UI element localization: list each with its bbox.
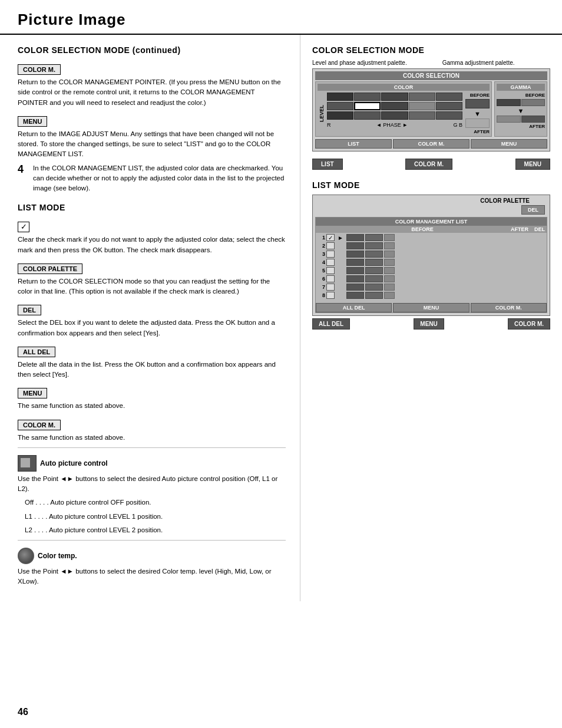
row-check (326, 284, 335, 291)
color-cell (327, 111, 353, 120)
del-description: Select the DEL box if you want to delete… (18, 318, 286, 338)
annotation-block: Level and phase adjustment palette. Gamm… (312, 60, 550, 66)
list-row: 7 (317, 284, 546, 291)
list-outer-menu-btn: MENU (414, 318, 444, 330)
del-top-label: DEL (521, 205, 545, 215)
phase-label: ◄ PHASE ► (332, 122, 452, 128)
row-before (346, 292, 364, 299)
menu-description: Return to the IMAGE ADJUST Menu. Any set… (18, 129, 286, 160)
diag1-bottom-buttons: LIST COLOR M. MENU (315, 139, 547, 149)
auto-pic-icon-inner (21, 458, 30, 467)
annotation-left: Level and phase adjustment palette. (312, 60, 407, 66)
menu-button-label: MENU (18, 116, 47, 127)
row-num: 4 (317, 259, 325, 265)
list-mode-title: LIST MODE (18, 203, 286, 212)
list-row: 4 (317, 259, 546, 266)
all-del-button-label: ALL DEL (18, 347, 55, 357)
row-num: 1 (317, 235, 325, 241)
after-label: AFTER (465, 129, 490, 134)
list-diag-rows: 1 ✓ ► 2 (316, 233, 547, 301)
divider2 (18, 540, 286, 541)
row-after (365, 242, 383, 249)
color-palette-button-label: COLOR PALETTE (18, 263, 82, 274)
diag1-color-content: LEVEL (318, 93, 490, 134)
row-after (365, 234, 383, 241)
color-m-description: Return to the COLOR MANAGEMENT POINTER. … (18, 77, 286, 108)
col-before: BEFORE (337, 226, 508, 232)
step-4: 4 In the COLOR MANAGEMENT LIST, the adju… (18, 163, 286, 197)
auto-pic-off: Off . . . . Auto picture control OFF pos… (18, 498, 286, 508)
row-after (365, 284, 383, 291)
phase-row: R ◄ PHASE ► G B (327, 122, 462, 128)
color-cell (327, 93, 353, 101)
row-check (326, 259, 335, 266)
color-palette-label-text: COLOR PALETTE (480, 197, 530, 204)
color-cell (354, 111, 381, 120)
color-cell (436, 102, 462, 110)
list-row: 1 ✓ ► (317, 234, 546, 241)
list-row: 3 (317, 251, 546, 258)
del-label-row: DEL (315, 205, 547, 216)
color-palette-top-label: COLOR PALETTE (315, 197, 547, 204)
list-row: 5 (317, 267, 546, 274)
col-spacer (317, 226, 335, 232)
row-num: 3 (317, 251, 325, 257)
r-label: R (327, 122, 331, 128)
gamma-cell (521, 116, 546, 123)
color-cell (381, 111, 408, 120)
diag1-gamma-title: GAMMA (497, 84, 545, 91)
color-cell (327, 102, 353, 110)
all-del-description: Delete all the data in the list. Press t… (18, 360, 286, 380)
color-cell (436, 111, 462, 120)
level-label-container: LEVEL (318, 93, 326, 134)
row-after (365, 292, 383, 299)
outer-color-m-btn: COLOR M. (405, 159, 452, 170)
row-del (384, 234, 395, 241)
row-check: ✓ (326, 234, 335, 241)
page-title: Picture Image (18, 11, 126, 28)
auto-pic-title: Auto picture control (40, 459, 108, 467)
list-mode-section: LIST MODE COLOR PALETTE DEL COLOR MANAGE… (312, 180, 550, 330)
row-before (346, 234, 364, 241)
list-inner-all-del-btn: ALL DEL (316, 303, 392, 312)
list-row: 2 (317, 242, 546, 249)
row-del (384, 259, 395, 266)
row-check (326, 267, 335, 274)
list-row: 8 (317, 292, 546, 299)
color-temp-title: Color temp. (38, 552, 77, 560)
diag1-gamma-panel: GAMMA BEFORE ▼ AF (494, 81, 547, 137)
color-selection-diagram: COLOR SELECTION COLOR LEVEL (312, 68, 550, 151)
color-cell-selected (354, 102, 381, 110)
color-grid-row1 (327, 93, 462, 101)
diag1-list-btn: LIST (315, 139, 392, 149)
row-after (365, 251, 383, 258)
diag1-color-title: COLOR (318, 84, 490, 91)
list-outer-all-del-btn: ALL DEL (312, 318, 350, 330)
gamma-cell (497, 99, 521, 106)
row-before (346, 259, 364, 266)
row-arrow: ► (336, 235, 345, 241)
list-mode-text: Clear the check mark if you do not want … (18, 235, 286, 255)
left-column: COLOR SELECTION MODE (continued) COLOR M… (0, 35, 300, 601)
list-outer-color-m-btn: COLOR M. (508, 318, 550, 330)
row-del (384, 242, 395, 249)
diag1-color-panel: COLOR LEVEL (315, 81, 492, 137)
gamma-cell (521, 99, 546, 106)
del-button-label: DEL (18, 305, 41, 315)
row-check (326, 275, 335, 282)
page-number: 46 (18, 707, 28, 717)
row-num: 8 (317, 292, 325, 298)
row-del (384, 251, 395, 258)
right-list-mode-title: LIST MODE (312, 180, 550, 190)
step4-text: In the COLOR MANAGEMENT LIST, the adjust… (33, 163, 286, 194)
color-temp-icon (18, 548, 34, 564)
color-m-description2: The same function as stated above. (18, 433, 286, 443)
row-before (346, 242, 364, 249)
color-cell (409, 102, 435, 110)
row-check (326, 292, 335, 299)
list-diag-inner-buttons: ALL DEL MENU COLOR M. (316, 303, 547, 312)
color-cell (381, 93, 408, 101)
list-mode-diagram: COLOR PALETTE DEL COLOR MANAGEMENT LIST … (312, 195, 550, 316)
color-cell (409, 93, 435, 101)
row-after (365, 267, 383, 274)
